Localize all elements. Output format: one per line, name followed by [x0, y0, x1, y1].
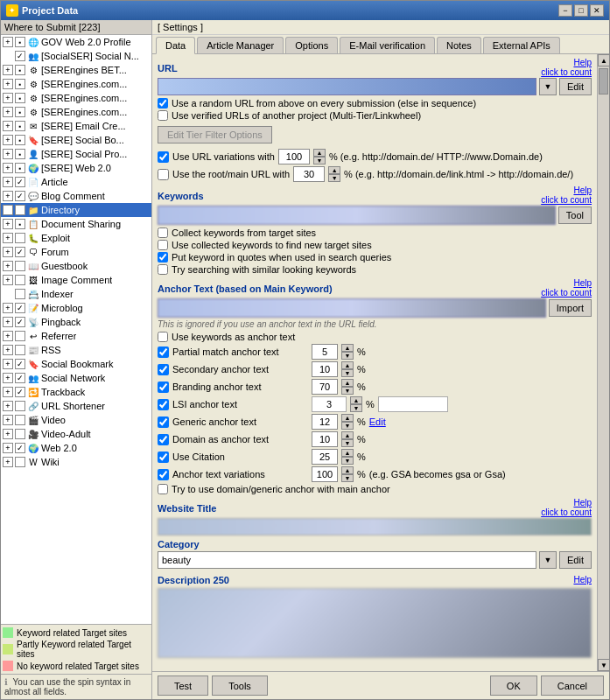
tree-item-microblog[interactable]: 📝 Microblog	[1, 301, 151, 315]
url-edit-button[interactable]: Edit	[559, 78, 592, 95]
root-url-down[interactable]: ▼	[328, 174, 340, 182]
tab-article-mgr[interactable]: Article Manager	[197, 37, 284, 53]
expand-sere-socialbo[interactable]	[3, 135, 13, 145]
anchor-variations-check[interactable]	[158, 469, 169, 480]
tab-options[interactable]: Options	[285, 37, 338, 53]
tree-item-gov[interactable]: 🌐 GOV Web 2.0 Profile	[1, 35, 151, 49]
anchor-generic-check[interactable]	[158, 416, 169, 428]
tree-item-guestbook[interactable]: 📖 Guestbook	[1, 259, 151, 273]
tree-item-article[interactable]: 📄 Article	[1, 175, 151, 189]
expand-web20[interactable]	[3, 443, 13, 453]
expand-social-bookmark[interactable]	[3, 359, 13, 369]
tree-item-sere-socialpro[interactable]: 👤 [SERE] Social Pro...	[1, 147, 151, 161]
anchor-import-button[interactable]: Import	[549, 299, 592, 317]
tree-item-video[interactable]: 🎬 Video	[1, 413, 151, 427]
check-serbet[interactable]	[15, 65, 25, 75]
quotes-keywords-check[interactable]	[158, 252, 168, 262]
anchor-secondary-up[interactable]: ▲	[341, 361, 354, 369]
tree-item-forum[interactable]: 🗨 Forum	[1, 245, 151, 259]
anchor-partial-down[interactable]: ▼	[341, 352, 354, 360]
tree-item-doc-sharing[interactable]: 📋 Document Sharing	[1, 217, 151, 231]
random-url-check[interactable]	[158, 98, 168, 108]
anchor-branding-spinner[interactable]: ▲ ▼	[341, 379, 354, 395]
root-url-spinner[interactable]: ▲ ▼	[328, 166, 340, 182]
anchor-main-input[interactable]	[158, 298, 546, 318]
cancel-button[interactable]: Cancel	[541, 676, 604, 696]
check-sercom3[interactable]	[15, 107, 25, 117]
anchor-partial-val[interactable]	[312, 344, 338, 360]
tree-item-social-network[interactable]: 👥 Social Network	[1, 371, 151, 385]
tree-item-indexer[interactable]: 📇 Indexer	[1, 287, 151, 301]
anchor-partial-up[interactable]: ▲	[341, 344, 354, 352]
tree-item-referrer[interactable]: ↩ Referrer	[1, 329, 151, 343]
verified-url-check[interactable]	[158, 110, 168, 121]
check-web20[interactable]	[15, 443, 25, 453]
anchor-citation-up[interactable]: ▲	[341, 449, 354, 457]
maximize-button[interactable]: □	[574, 4, 588, 17]
anchor-domain-spinner[interactable]: ▲ ▼	[341, 431, 354, 447]
tree-item-sere-socialbo[interactable]: 🔖 [SERE] Social Bo...	[1, 133, 151, 147]
check-social-network[interactable]	[15, 373, 25, 383]
anchor-branding-up[interactable]: ▲	[341, 379, 354, 387]
url-input[interactable]	[158, 78, 536, 95]
tab-email-verify[interactable]: E-Mail verification	[340, 37, 435, 53]
check-url-shortener[interactable]	[15, 401, 25, 411]
expand-sercom3[interactable]	[3, 107, 13, 117]
anchor-secondary-check[interactable]	[158, 364, 169, 375]
anchor-secondary-val[interactable]	[312, 361, 338, 377]
root-url-up[interactable]: ▲	[328, 166, 340, 174]
anchor-domain-check[interactable]	[158, 434, 169, 445]
tab-notes[interactable]: Notes	[437, 37, 481, 53]
check-sere-socialpro[interactable]	[15, 149, 25, 159]
expand-gov[interactable]	[3, 37, 13, 47]
anchor-citation-spinner[interactable]: ▲ ▼	[341, 449, 354, 465]
keywords-tool-button[interactable]: Tool	[558, 206, 592, 224]
url-variations-up[interactable]: ▲	[313, 149, 326, 157]
check-blog-comment[interactable]	[15, 191, 25, 201]
category-edit-button[interactable]: Edit	[559, 551, 592, 569]
tab-data[interactable]: Data	[156, 37, 195, 54]
check-video[interactable]	[15, 415, 25, 425]
anchor-lsi-val[interactable]	[312, 396, 347, 412]
ok-button[interactable]: OK	[490, 676, 537, 696]
tree-item-trackback[interactable]: 🔁 Trackback	[1, 385, 151, 399]
anchor-branding-check[interactable]	[158, 382, 169, 393]
tree-item-image-comment[interactable]: 🖼 Image Comment	[1, 273, 151, 287]
collect-keywords-check[interactable]	[158, 228, 168, 238]
check-trackback[interactable]	[15, 387, 25, 397]
tree-item-wiki[interactable]: W Wiki	[1, 455, 151, 469]
expand-video[interactable]	[3, 415, 13, 425]
anchor-generic-down[interactable]: ▼	[341, 422, 354, 430]
check-social-bookmark[interactable]	[15, 359, 25, 369]
scrollbar-down-btn[interactable]: ▼	[598, 659, 609, 671]
right-scrollbar[interactable]: ▲ ▼	[597, 54, 609, 671]
category-input[interactable]	[158, 551, 536, 569]
expand-sercom1[interactable]	[3, 79, 13, 89]
anchor-click-count[interactable]: click to count	[541, 288, 592, 298]
anchor-lsi-down[interactable]: ▼	[350, 404, 362, 412]
check-sercom2[interactable]	[15, 93, 25, 103]
tree-item-rss[interactable]: 📰 RSS	[1, 343, 151, 357]
similar-keywords-check[interactable]	[158, 264, 168, 275]
anchor-generic-edit-link[interactable]: Edit	[369, 416, 386, 427]
tab-external-apis[interactable]: External APIs	[483, 37, 560, 53]
check-pingback[interactable]	[15, 317, 25, 327]
expand-sere-socialpro[interactable]	[3, 149, 13, 159]
tree-item-pingback[interactable]: 📡 Pingback	[1, 315, 151, 329]
tree-item-web20[interactable]: 🌍 Web 2.0	[1, 441, 151, 455]
anchor-variations-up[interactable]: ▲	[341, 466, 354, 474]
expand-serbet[interactable]	[3, 65, 13, 75]
check-sere-email[interactable]	[15, 121, 25, 131]
anchor-partial-check[interactable]	[158, 346, 169, 358]
anchor-domain-val[interactable]	[312, 431, 338, 447]
expand-blog-comment[interactable]	[3, 191, 13, 201]
check-sercom1[interactable]	[15, 79, 25, 89]
anchor-domain-up[interactable]: ▲	[341, 431, 354, 439]
tree-item-video-adult[interactable]: 🎥 Video-Adult	[1, 427, 151, 441]
anchor-partial-spinner[interactable]: ▲ ▼	[341, 344, 354, 360]
anchor-variations-val[interactable]	[312, 466, 338, 482]
anchor-citation-check[interactable]	[158, 452, 169, 463]
expand-url-shortener[interactable]	[3, 401, 13, 411]
expand-article[interactable]	[3, 177, 13, 187]
check-guestbook[interactable]	[15, 261, 25, 271]
